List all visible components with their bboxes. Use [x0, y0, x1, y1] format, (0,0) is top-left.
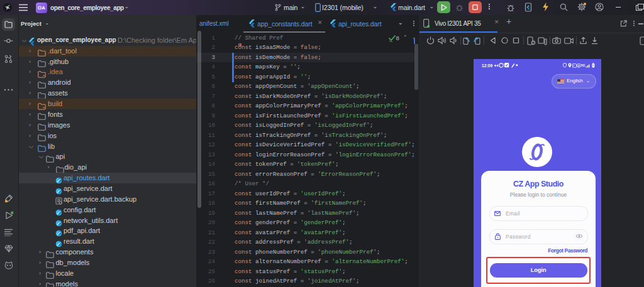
- svg-text:5G: 5G: [581, 64, 586, 67]
- svg-text:A: A: [577, 64, 579, 67]
- svg-text:2: 2: [573, 64, 575, 67]
